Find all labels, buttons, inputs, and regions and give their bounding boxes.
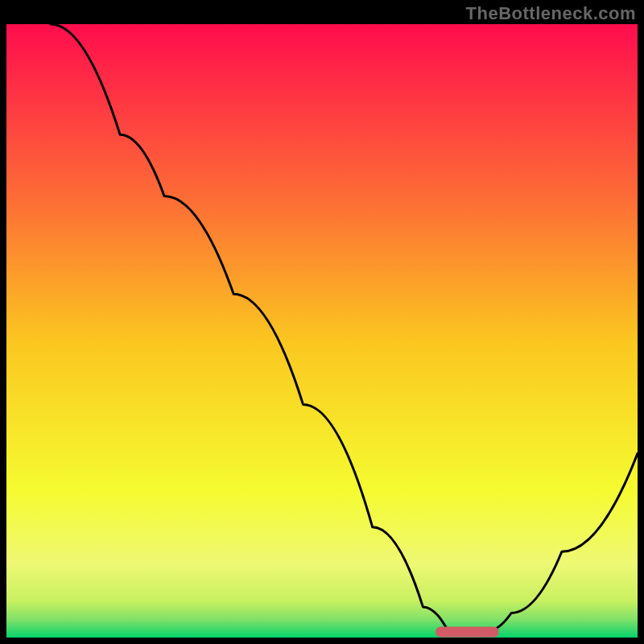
watermark-text: TheBottleneck.com <box>466 3 636 24</box>
plot-frame <box>6 24 638 638</box>
viewport: TheBottleneck.com <box>0 0 644 644</box>
chart-svg <box>6 24 638 638</box>
gradient-background <box>6 24 638 638</box>
plot-area <box>6 24 638 638</box>
bottleneck-range-marker <box>436 626 498 637</box>
